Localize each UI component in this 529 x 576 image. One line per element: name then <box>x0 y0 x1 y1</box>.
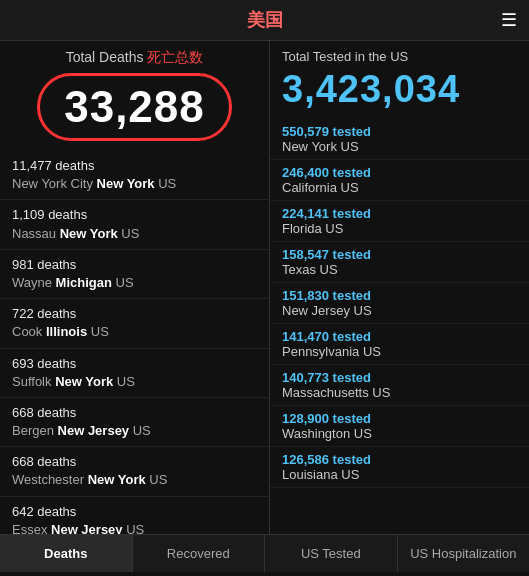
tested-location: Pennsylvania US <box>282 344 519 359</box>
tested-location: California US <box>282 180 519 195</box>
death-location: Suffolk New York US <box>12 373 259 391</box>
menu-icon[interactable]: ☰ <box>501 9 517 31</box>
death-location: Cook Illinois US <box>12 323 259 341</box>
deaths-list[interactable]: 11,477 deaths New York City New York US … <box>0 151 269 534</box>
death-location: Nassau New York US <box>12 225 259 243</box>
death-count: 1,109 deaths <box>12 206 259 224</box>
deaths-label: Total Deaths <box>66 49 144 65</box>
tested-big-number: 3,423,034 <box>270 66 529 119</box>
tested-count: 151,830 tested <box>282 288 519 303</box>
right-panel: Total Tested in the US 3,423,034 550,579… <box>270 41 529 534</box>
header-title: 美国 <box>247 10 283 30</box>
tested-count: 158,547 tested <box>282 247 519 262</box>
tested-list[interactable]: 550,579 tested New York US 246,400 teste… <box>270 119 529 534</box>
tested-list-item[interactable]: 224,141 tested Florida US <box>270 201 529 242</box>
death-location: Wayne Michigan US <box>12 274 259 292</box>
tested-count: 550,579 tested <box>282 124 519 139</box>
tested-list-item[interactable]: 246,400 tested California US <box>270 160 529 201</box>
death-list-item[interactable]: 11,477 deaths New York City New York US <box>0 151 269 200</box>
tested-list-item[interactable]: 158,547 tested Texas US <box>270 242 529 283</box>
bottom-tabs: DeathsRecoveredUS TestedUS Hospitalizati… <box>0 534 529 572</box>
tested-list-item[interactable]: 151,830 tested New Jersey US <box>270 283 529 324</box>
tested-location: Louisiana US <box>282 467 519 482</box>
death-list-item[interactable]: 642 deaths Essex New Jersey US <box>0 497 269 534</box>
tested-location: Texas US <box>282 262 519 277</box>
death-count: 668 deaths <box>12 404 259 422</box>
total-deaths-number: 33,288 <box>0 69 269 151</box>
death-list-item[interactable]: 981 deaths Wayne Michigan US <box>0 250 269 299</box>
death-list-item[interactable]: 722 deaths Cook Illinois US <box>0 299 269 348</box>
death-count: 642 deaths <box>12 503 259 521</box>
tested-count: 246,400 tested <box>282 165 519 180</box>
deaths-count: 33,288 <box>64 82 205 131</box>
death-list-item[interactable]: 1,109 deaths Nassau New York US <box>0 200 269 249</box>
tested-location: New York US <box>282 139 519 154</box>
deaths-oval: 33,288 <box>37 73 232 141</box>
tab-recovered[interactable]: Recovered <box>133 535 266 572</box>
left-panel: Total Deaths 死亡总数 33,288 11,477 deaths N… <box>0 41 270 534</box>
tested-location: Washington US <box>282 426 519 441</box>
total-tested-header: Total Tested in the US <box>270 41 529 66</box>
death-count: 981 deaths <box>12 256 259 274</box>
death-list-item[interactable]: 668 deaths Westchester New York US <box>0 447 269 496</box>
death-count: 11,477 deaths <box>12 157 259 175</box>
tested-list-item[interactable]: 140,773 tested Massachusetts US <box>270 365 529 406</box>
main-container: Total Deaths 死亡总数 33,288 11,477 deaths N… <box>0 41 529 534</box>
death-location: Westchester New York US <box>12 471 259 489</box>
app-header: 美国 ☰ <box>0 0 529 41</box>
tested-count: 126,586 tested <box>282 452 519 467</box>
tested-list-item[interactable]: 141,470 tested Pennsylvania US <box>270 324 529 365</box>
death-count: 722 deaths <box>12 305 259 323</box>
tested-count: 141,470 tested <box>282 329 519 344</box>
death-location: New York City New York US <box>12 175 259 193</box>
tested-location: New Jersey US <box>282 303 519 318</box>
death-location: Essex New Jersey US <box>12 521 259 534</box>
tested-count: 224,141 tested <box>282 206 519 221</box>
death-list-item[interactable]: 693 deaths Suffolk New York US <box>0 349 269 398</box>
tested-list-item[interactable]: 128,900 tested Washington US <box>270 406 529 447</box>
tab-deaths[interactable]: Deaths <box>0 535 133 572</box>
death-location: Bergen New Jersey US <box>12 422 259 440</box>
tested-count: 140,773 tested <box>282 370 519 385</box>
tested-list-item[interactable]: 126,586 tested Louisiana US <box>270 447 529 488</box>
tab-us-tested[interactable]: US Tested <box>265 535 398 572</box>
death-count: 693 deaths <box>12 355 259 373</box>
tested-location: Massachusetts US <box>282 385 519 400</box>
tested-count: 128,900 tested <box>282 411 519 426</box>
deaths-label-red: 死亡总数 <box>147 49 203 65</box>
tested-list-item[interactable]: 550,579 tested New York US <box>270 119 529 160</box>
tested-location: Florida US <box>282 221 519 236</box>
death-list-item[interactable]: 668 deaths Bergen New Jersey US <box>0 398 269 447</box>
tab-us-hospitalization[interactable]: US Hospitalization <box>398 535 530 572</box>
death-count: 668 deaths <box>12 453 259 471</box>
total-deaths-header: Total Deaths 死亡总数 <box>0 41 269 69</box>
